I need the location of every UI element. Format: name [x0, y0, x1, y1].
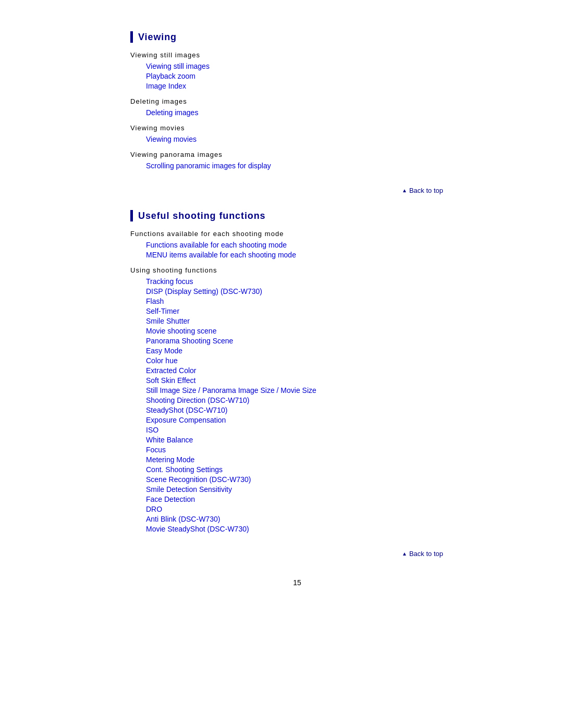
- list-item: ISO: [146, 426, 464, 434]
- section-title-bar-2: [130, 210, 133, 221]
- content-area: Viewing Viewing still images Viewing sti…: [99, 31, 464, 587]
- metering-mode-link[interactable]: Metering Mode: [146, 455, 194, 464]
- dro-link[interactable]: DRO: [146, 505, 162, 513]
- functions-available-links: Functions available for each shooting mo…: [130, 241, 464, 259]
- list-item: Scene Recognition (DSC-W730): [146, 475, 464, 484]
- movie-shooting-scene-link[interactable]: Movie shooting scene: [146, 327, 216, 335]
- list-item: Functions available for each shooting mo…: [146, 241, 464, 249]
- list-item: Flash: [146, 297, 464, 305]
- self-timer-link[interactable]: Self-Timer: [146, 307, 179, 315]
- list-item: White Balance: [146, 436, 464, 444]
- back-to-top-container-1: Back to top: [130, 186, 464, 194]
- list-item: Anti Blink (DSC-W730): [146, 515, 464, 523]
- list-item: Self-Timer: [146, 307, 464, 315]
- exposure-compensation-link[interactable]: Exposure Compensation: [146, 416, 226, 424]
- face-detection-link[interactable]: Face Detection: [146, 495, 195, 503]
- movie-steadyshot-link[interactable]: Movie SteadyShot (DSC-W730): [146, 525, 249, 533]
- list-item: Cont. Shooting Settings: [146, 465, 464, 474]
- list-item: Still Image Size / Panorama Image Size /…: [146, 386, 464, 394]
- list-item: Tracking focus: [146, 277, 464, 286]
- viewing-movies-link[interactable]: Viewing movies: [146, 135, 197, 143]
- deleting-images-link[interactable]: Deleting images: [146, 108, 198, 117]
- viewing-still-links: Viewing still images Playback zoom Image…: [130, 62, 464, 90]
- viewing-movies-links: Viewing movies: [130, 135, 464, 143]
- cont-shooting-link[interactable]: Cont. Shooting Settings: [146, 465, 223, 474]
- section-title-bar: [130, 31, 133, 43]
- disp-setting-link[interactable]: DISP (Display Setting) (DSC-W730): [146, 287, 262, 295]
- useful-shooting-title: Useful shooting functions: [130, 210, 464, 221]
- back-to-top-link-1[interactable]: Back to top: [402, 187, 443, 194]
- easy-mode-link[interactable]: Easy Mode: [146, 347, 182, 355]
- list-item: Focus: [146, 446, 464, 454]
- scene-recognition-link[interactable]: Scene Recognition (DSC-W730): [146, 475, 251, 484]
- list-item: SteadyShot (DSC-W710): [146, 406, 464, 414]
- list-item: DISP (Display Setting) (DSC-W730): [146, 287, 464, 295]
- page-number: 15: [130, 578, 464, 587]
- iso-link[interactable]: ISO: [146, 426, 158, 434]
- list-item: Extracted Color: [146, 366, 464, 375]
- flash-link[interactable]: Flash: [146, 297, 164, 305]
- soft-skin-effect-link[interactable]: Soft Skin Effect: [146, 376, 195, 385]
- deleting-images-subsection: Deleting images Deleting images: [130, 97, 464, 117]
- viewing-still-subsection: Viewing still images Viewing still image…: [130, 51, 464, 90]
- scrolling-panoramic-link[interactable]: Scrolling panoramic images for display: [146, 162, 271, 170]
- list-item: Easy Mode: [146, 347, 464, 355]
- back-to-top-link-2[interactable]: Back to top: [402, 550, 443, 558]
- list-item: Smile Shutter: [146, 317, 464, 325]
- viewing-panorama-links: Scrolling panoramic images for display: [130, 162, 464, 170]
- viewing-title-text: Viewing: [138, 32, 177, 43]
- using-shooting-subsection: Using shooting functions Tracking focus …: [130, 266, 464, 533]
- functions-available-link[interactable]: Functions available for each shooting mo…: [146, 241, 287, 249]
- list-item: Movie SteadyShot (DSC-W730): [146, 525, 464, 533]
- deleting-images-title: Deleting images: [130, 97, 464, 105]
- viewing-section: Viewing Viewing still images Viewing sti…: [130, 31, 464, 170]
- using-shooting-links: Tracking focus DISP (Display Setting) (D…: [130, 277, 464, 533]
- viewing-panorama-title: Viewing panorama images: [130, 151, 464, 158]
- viewing-movies-title: Viewing movies: [130, 124, 464, 132]
- still-image-size-link[interactable]: Still Image Size / Panorama Image Size /…: [146, 386, 316, 394]
- useful-shooting-section: Useful shooting functions Functions avai…: [130, 210, 464, 533]
- shooting-direction-link[interactable]: Shooting Direction (DSC-W710): [146, 396, 249, 404]
- list-item: Shooting Direction (DSC-W710): [146, 396, 464, 404]
- white-balance-link[interactable]: White Balance: [146, 436, 193, 444]
- list-item: Viewing movies: [146, 135, 464, 143]
- list-item: MENU items available for each shooting m…: [146, 251, 464, 259]
- list-item: Deleting images: [146, 108, 464, 117]
- list-item: Image Index: [146, 82, 464, 90]
- smile-shutter-link[interactable]: Smile Shutter: [146, 317, 190, 325]
- anti-blink-link[interactable]: Anti Blink (DSC-W730): [146, 515, 220, 523]
- viewing-still-title: Viewing still images: [130, 51, 464, 59]
- panorama-shooting-scene-link[interactable]: Panorama Shooting Scene: [146, 337, 233, 345]
- tracking-focus-link[interactable]: Tracking focus: [146, 277, 193, 286]
- list-item: Viewing still images: [146, 62, 464, 70]
- viewing-movies-subsection: Viewing movies Viewing movies: [130, 124, 464, 143]
- list-item: Exposure Compensation: [146, 416, 464, 424]
- functions-available-subsection: Functions available for each shooting mo…: [130, 230, 464, 259]
- list-item: Color hue: [146, 356, 464, 365]
- steadyshot-link[interactable]: SteadyShot (DSC-W710): [146, 406, 227, 414]
- list-item: Smile Detection Sensitivity: [146, 485, 464, 493]
- back-to-top-container-2: Back to top: [130, 549, 464, 558]
- extracted-color-link[interactable]: Extracted Color: [146, 366, 196, 375]
- focus-link[interactable]: Focus: [146, 446, 166, 454]
- smile-detection-sensitivity-link[interactable]: Smile Detection Sensitivity: [146, 485, 232, 493]
- list-item: Panorama Shooting Scene: [146, 337, 464, 345]
- color-hue-link[interactable]: Color hue: [146, 356, 178, 365]
- list-item: Scrolling panoramic images for display: [146, 162, 464, 170]
- list-item: Playback zoom: [146, 72, 464, 80]
- functions-available-title: Functions available for each shooting mo…: [130, 230, 464, 238]
- list-item: DRO: [146, 505, 464, 513]
- list-item: Movie shooting scene: [146, 327, 464, 335]
- useful-shooting-title-text: Useful shooting functions: [138, 211, 266, 221]
- playback-zoom-link[interactable]: Playback zoom: [146, 72, 195, 80]
- viewing-panorama-subsection: Viewing panorama images Scrolling panora…: [130, 151, 464, 170]
- viewing-section-title: Viewing: [130, 31, 464, 43]
- using-shooting-title: Using shooting functions: [130, 266, 464, 274]
- viewing-still-images-link[interactable]: Viewing still images: [146, 62, 210, 70]
- deleting-images-links: Deleting images: [130, 108, 464, 117]
- list-item: Soft Skin Effect: [146, 376, 464, 385]
- list-item: Metering Mode: [146, 455, 464, 464]
- image-index-link[interactable]: Image Index: [146, 82, 186, 90]
- menu-items-available-link[interactable]: MENU items available for each shooting m…: [146, 251, 296, 259]
- list-item: Face Detection: [146, 495, 464, 503]
